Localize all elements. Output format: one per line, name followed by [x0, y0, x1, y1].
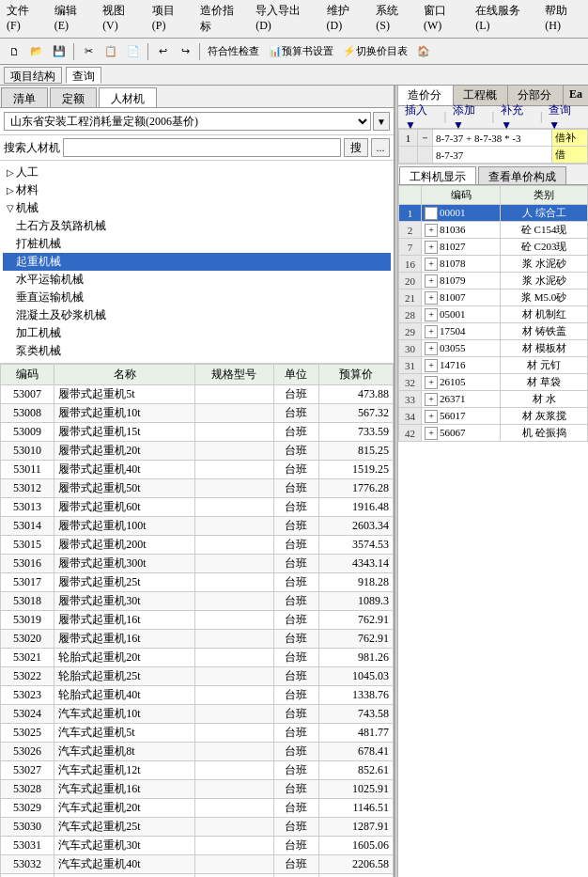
table-row[interactable]: 53016 履带式起重机300t 台班 4343.14 — [1, 555, 394, 573]
menu-system[interactable]: 系统(S) — [373, 2, 413, 36]
extra-btn[interactable]: 🏠 — [413, 41, 434, 62]
menu-view[interactable]: 视图(V) — [100, 2, 142, 36]
table-row[interactable]: 53031 汽车式起重机30t 台班 1605.06 — [1, 837, 394, 855]
expand-icon[interactable]: + — [425, 342, 438, 355]
expand-icon[interactable]: + — [425, 241, 438, 254]
switch-btn[interactable]: ⚡切换价目表 — [339, 41, 411, 62]
table-row[interactable]: 53025 汽车式起重机5t 台班 481.77 — [1, 724, 394, 743]
tree-item-material[interactable]: ▷材料 — [3, 181, 391, 199]
table-row[interactable]: 53033 汽车式起重机75t 台班 4676.62 — [1, 874, 394, 878]
menu-import-export[interactable]: 导入导出(D) — [253, 2, 316, 36]
tab-quota[interactable]: 定额 — [50, 87, 97, 107]
table-row[interactable]: 53021 轮胎式起重机20t 台班 981.26 — [1, 649, 394, 667]
tree-item-pump[interactable]: 泵类机械 — [3, 342, 391, 360]
right-table-row[interactable]: 34 +56017 材 灰浆搅 — [399, 408, 588, 425]
nav-query[interactable]: 查询 — [66, 67, 101, 84]
table-row[interactable]: 53012 履带式起重机50t 台班 1776.28 — [1, 479, 394, 498]
table-row[interactable]: 53008 履带式起重机10t 台班 567.32 — [1, 404, 394, 423]
menu-file[interactable]: 文件(F) — [4, 2, 44, 36]
expand-icon[interactable]: + — [425, 376, 438, 389]
expand-icon[interactable]: + — [425, 258, 438, 271]
tab-labor-material[interactable]: 人材机 — [99, 87, 157, 107]
table-row[interactable]: 53009 履带式起重机15t 台班 733.59 — [1, 423, 394, 442]
subtab-labor-material[interactable]: 工料机显示 — [399, 166, 476, 184]
table-row[interactable]: 53010 履带式起重机20t 台班 815.25 — [1, 442, 394, 461]
table-row[interactable]: 53018 履带式起重机30t 台班 1089.3 — [1, 592, 394, 611]
search-more-button[interactable]: ... — [371, 138, 390, 157]
right-table-row[interactable]: 29 +17504 材 铸铁盖 — [399, 323, 588, 340]
right-table-row[interactable]: 33 +26371 材 水 — [399, 391, 588, 408]
right-table-row[interactable]: 30 +03055 材 模板材 — [399, 340, 588, 357]
table-row[interactable]: 53019 履带式起重机16t 台班 762.91 — [1, 611, 394, 630]
tree-item-crane[interactable]: 起重机械 — [3, 253, 391, 271]
right-table-row[interactable]: 2 +81036 砼 C154现 — [399, 222, 588, 239]
undo-btn[interactable]: ↩ — [152, 41, 173, 62]
expand-icon[interactable]: + — [425, 308, 438, 321]
right-table-row[interactable]: 7 +81027 砼 C203现 — [399, 239, 588, 256]
tree-item-machinery[interactable]: ▽机械 — [3, 199, 391, 217]
cut-btn[interactable]: ✂ — [78, 41, 99, 62]
menu-project[interactable]: 项目(P) — [149, 2, 190, 36]
expand-icon[interactable]: + — [425, 410, 438, 423]
table-row[interactable]: 53029 汽车式起重机20t 台班 1146.51 — [1, 799, 394, 818]
table-row[interactable]: 53032 汽车式起重机40t 台班 2206.58 — [1, 855, 394, 874]
table-row[interactable]: 53024 汽车式起重机10t 台班 743.58 — [1, 705, 394, 724]
expand-icon[interactable]: + — [425, 291, 438, 305]
tree-item-piling[interactable]: 打桩机械 — [3, 235, 391, 253]
open-btn[interactable]: 📂 — [26, 41, 47, 62]
redo-btn[interactable]: ↪ — [175, 41, 195, 62]
table-row[interactable]: 53015 履带式起重机200t 台班 3574.53 — [1, 536, 394, 555]
table-row[interactable]: 53030 汽车式起重机25t 台班 1287.91 — [1, 818, 394, 837]
right-table-row[interactable]: 31 +14716 材 元钉 — [399, 357, 588, 374]
table-row[interactable]: 53013 履带式起重机60t 台班 1916.48 — [1, 498, 394, 517]
new-btn[interactable]: 🗋 — [4, 41, 24, 62]
table-row[interactable]: 53026 汽车式起重机8t 台班 678.41 — [1, 743, 394, 761]
query-btn[interactable]: 查询▼ — [546, 102, 584, 133]
menu-maintain[interactable]: 维护(D) — [324, 2, 366, 36]
search-button[interactable]: 搜 — [344, 138, 368, 157]
table-row[interactable]: 53017 履带式起重机25t 台班 918.28 — [1, 573, 394, 592]
table-row[interactable]: 53027 汽车式起重机12t 台班 852.61 — [1, 761, 394, 780]
tree-item-processing[interactable]: 加工机械 — [3, 324, 391, 342]
tree-item-earthwork[interactable]: 土石方及筑路机械 — [3, 217, 391, 235]
add-btn[interactable]: 添加▼ — [450, 102, 488, 133]
right-table-row[interactable]: 1 +00001 人 综合工 — [399, 205, 588, 222]
check-btn[interactable]: 符合性检查 — [204, 41, 263, 62]
nav-project-structure[interactable]: 项目结构 — [4, 67, 62, 84]
tree-item-vertical[interactable]: 垂直运输机械 — [3, 289, 391, 306]
table-row[interactable]: 53011 履带式起重机40t 台班 1519.25 — [1, 461, 394, 479]
insert-btn[interactable]: 插入▼ — [402, 102, 441, 133]
menu-window[interactable]: 窗口(W) — [421, 2, 465, 36]
expand-icon[interactable]: + — [425, 224, 438, 237]
right-table-row[interactable]: 20 +81079 浆 水泥砂 — [399, 273, 588, 290]
expand-icon[interactable]: + — [425, 207, 438, 220]
expand-icon[interactable]: + — [425, 427, 438, 440]
save-btn[interactable]: 💾 — [49, 41, 70, 62]
toggle-labor[interactable]: ▷ — [7, 167, 16, 178]
budget-btn[interactable]: 📊预算书设置 — [265, 41, 337, 62]
right-table-row[interactable]: 42 +56067 机 砼振捣 — [399, 425, 588, 442]
subtab-unit-price[interactable]: 查看单价构成 — [478, 166, 566, 184]
toggle-machinery[interactable]: ▽ — [7, 203, 16, 213]
right-table-row[interactable]: 28 +05001 材 机制红 — [399, 306, 588, 323]
menu-help[interactable]: 帮助(H) — [542, 2, 584, 36]
tree-item-concrete[interactable]: 混凝土及砂浆机械 — [3, 306, 391, 324]
toggle-material[interactable]: ▷ — [7, 185, 16, 196]
table-row[interactable]: 53023 轮胎式起重机40t 台班 1338.76 — [1, 686, 394, 705]
table-row[interactable]: 53028 汽车式起重机16t 台班 1025.91 — [1, 780, 394, 799]
copy-btn[interactable]: 📋 — [101, 41, 121, 62]
menu-price-index[interactable]: 造价指标 — [197, 2, 246, 36]
expand-icon[interactable]: + — [425, 393, 438, 406]
expand-icon[interactable]: + — [425, 325, 438, 338]
supplement-btn[interactable]: 补充▼ — [498, 102, 536, 133]
table-row[interactable]: 53020 履带式起重机16t 台班 762.91 — [1, 630, 394, 649]
right-table-row[interactable]: 21 +81007 浆 M5.0砂 — [399, 290, 588, 306]
quota-dropdown[interactable]: 山东省安装工程消耗量定额(2006基价) — [4, 112, 371, 131]
dropdown-arrow[interactable]: ▼ — [373, 112, 390, 131]
expand-icon[interactable]: + — [425, 274, 438, 288]
search-input[interactable] — [63, 138, 341, 157]
paste-btn[interactable]: 📄 — [123, 41, 144, 62]
table-row[interactable]: 53014 履带式起重机100t 台班 2603.34 — [1, 517, 394, 536]
expand-icon[interactable]: + — [425, 359, 438, 372]
tree-item-horizontal[interactable]: 水平运输机械 — [3, 271, 391, 289]
